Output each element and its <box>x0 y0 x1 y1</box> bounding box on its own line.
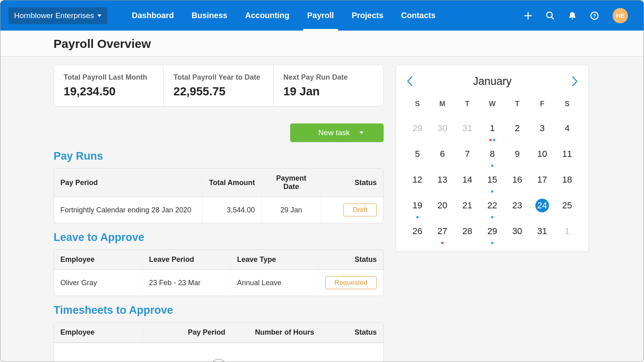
calendar-day[interactable]: 31 <box>455 119 480 137</box>
calendar-day[interactable]: 18 <box>555 171 580 189</box>
col-leave-type: Leave Type <box>230 250 318 270</box>
card-value: 19 Jan <box>283 85 374 98</box>
summary-card: Total Payroll Year to Date22,955.75 <box>164 65 274 106</box>
nav-dashboard[interactable]: Dashboard <box>123 0 183 31</box>
clock-icon <box>211 359 226 362</box>
col-status: Status <box>318 250 383 270</box>
calendar-dow: M <box>430 100 455 111</box>
timesheets-empty <box>54 343 384 362</box>
calendar-header: January <box>405 74 580 88</box>
right-column: January SMTWTFS2930311234567891011121314… <box>396 65 589 362</box>
calendar-day[interactable]: 15 <box>480 171 505 189</box>
new-task-label: New task <box>318 128 350 137</box>
help-icon[interactable]: ? <box>590 11 599 20</box>
leave-table: Employee Leave Period Leave Type Status … <box>54 249 384 296</box>
event-dot <box>441 242 444 244</box>
calendar-day[interactable]: 26 <box>405 222 430 240</box>
calendar-day[interactable]: 30 <box>505 222 530 240</box>
calendar-day[interactable]: 3 <box>530 119 555 137</box>
event-dot <box>491 165 493 167</box>
calendar-dow: T <box>505 100 530 111</box>
calendar-day[interactable]: 28 <box>455 222 480 240</box>
table-row[interactable]: Fortnightly Calendar ending 28 Jan 20203… <box>54 197 383 223</box>
svg-text:?: ? <box>593 13 596 19</box>
calendar-day[interactable]: 27 <box>430 222 455 240</box>
calendar-day[interactable]: 24 <box>530 197 555 214</box>
calendar: January SMTWTFS2930311234567891011121314… <box>396 65 589 252</box>
chevron-down-icon <box>97 14 101 17</box>
calendar-day[interactable]: 22 <box>480 197 505 214</box>
calendar-day[interactable]: 4 <box>555 119 580 137</box>
calendar-next-button[interactable] <box>570 74 580 88</box>
calendar-day[interactable]: 20 <box>430 197 455 214</box>
calendar-day[interactable]: 6 <box>430 145 455 163</box>
calendar-day[interactable]: 5 <box>405 145 430 163</box>
new-task-button[interactable]: New task <box>290 123 384 142</box>
calendar-day[interactable]: 13 <box>430 171 455 189</box>
calendar-dow: F <box>530 100 555 111</box>
calendar-day[interactable]: 21 <box>455 197 480 214</box>
col-pay-period: Pay Period <box>143 323 232 343</box>
calendar-day-dots <box>416 216 419 218</box>
card-value: 19,234.50 <box>64 85 154 98</box>
calendar-day[interactable]: 16 <box>505 171 530 189</box>
chevron-down-icon <box>359 132 363 134</box>
card-label: Total Payroll Year to Date <box>173 73 264 82</box>
calendar-day-dots <box>489 139 495 141</box>
calendar-prev-button[interactable] <box>405 74 415 88</box>
calendar-day[interactable]: 12 <box>405 171 430 189</box>
calendar-day[interactable]: 1 <box>555 222 580 240</box>
cell-date: 29 Jan <box>261 197 320 223</box>
status-badge: Requested <box>325 276 377 289</box>
plus-icon[interactable] <box>524 12 532 20</box>
calendar-day[interactable]: 30 <box>430 119 455 137</box>
timesheets-table: Employee Pay Period Number of Hours Stat… <box>54 322 384 343</box>
avatar-initials: HE <box>616 12 625 19</box>
col-employee: Employee <box>54 323 143 343</box>
nav-business[interactable]: Business <box>183 0 236 31</box>
calendar-day-dots <box>491 190 493 193</box>
avatar[interactable]: HE <box>613 8 628 23</box>
calendar-day[interactable]: 29 <box>405 119 430 137</box>
new-task-row: New task <box>54 123 384 142</box>
col-status: Status <box>321 323 383 343</box>
cell-amount: 3,544.00 <box>202 197 261 223</box>
calendar-day[interactable]: 7 <box>455 145 480 163</box>
pay-runs-title: Pay Runs <box>54 150 384 162</box>
event-dot <box>491 216 493 218</box>
calendar-day[interactable]: 23 <box>505 197 530 214</box>
summary-card: Total Payroll Last Month19,234.50 <box>54 65 164 106</box>
col-total-amount: Total Amount <box>202 169 261 197</box>
calendar-day[interactable]: 9 <box>505 145 530 163</box>
calendar-dow: T <box>455 100 480 111</box>
calendar-day[interactable]: 11 <box>555 145 580 163</box>
calendar-day[interactable]: 29 <box>480 222 505 240</box>
bell-icon[interactable] <box>568 11 576 20</box>
summary-cards: Total Payroll Last Month19,234.50Total P… <box>54 65 384 107</box>
search-icon[interactable] <box>546 11 555 20</box>
calendar-day[interactable]: 1 <box>480 119 505 137</box>
calendar-day[interactable]: 2 <box>505 119 530 137</box>
calendar-day[interactable]: 17 <box>530 171 555 189</box>
event-dot <box>491 242 493 244</box>
nav-contacts[interactable]: Contacts <box>392 0 445 31</box>
page-title-bar: Payroll Overview <box>0 31 644 57</box>
card-label: Total Payroll Last Month <box>64 73 154 82</box>
calendar-day[interactable]: 31 <box>530 222 555 240</box>
org-switcher[interactable]: Hornblower Enterprises <box>8 7 107 24</box>
calendar-day[interactable]: 19 <box>405 197 430 214</box>
nav-projects[interactable]: Projects <box>343 0 392 31</box>
cell-period: Fortnightly Calendar ending 28 Jan 2020 <box>54 197 202 223</box>
calendar-day-dots <box>491 165 493 167</box>
table-row[interactable]: Oliver Gray23 Feb - 23 MarAnnual LeaveRe… <box>54 270 383 296</box>
nav-accounting[interactable]: Accounting <box>236 0 298 31</box>
calendar-day[interactable]: 8 <box>480 145 505 163</box>
calendar-day[interactable]: 25 <box>555 197 580 214</box>
calendar-day[interactable]: 14 <box>455 171 480 189</box>
event-dot <box>489 139 492 141</box>
nav-payroll[interactable]: Payroll <box>298 0 343 31</box>
page-title: Payroll Overview <box>54 37 644 51</box>
org-name: Hornblower Enterprises <box>14 11 94 20</box>
pay-runs-table: Pay Period Total Amount Payment Date Sta… <box>54 168 384 223</box>
calendar-day[interactable]: 10 <box>530 145 555 163</box>
